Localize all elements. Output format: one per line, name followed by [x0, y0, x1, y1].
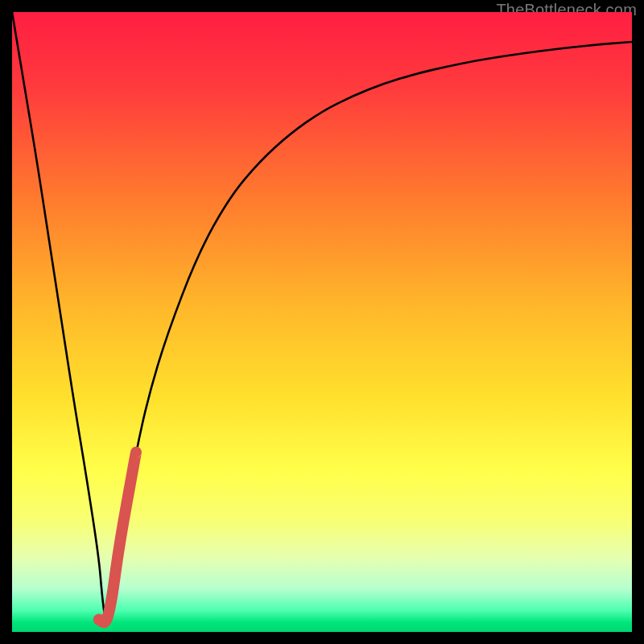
bottleneck-curve: [12, 12, 632, 620]
accent-segment: [99, 452, 136, 622]
chart-plot-area: [12, 12, 632, 632]
chart-frame: TheBottleneck.com: [12, 12, 632, 632]
